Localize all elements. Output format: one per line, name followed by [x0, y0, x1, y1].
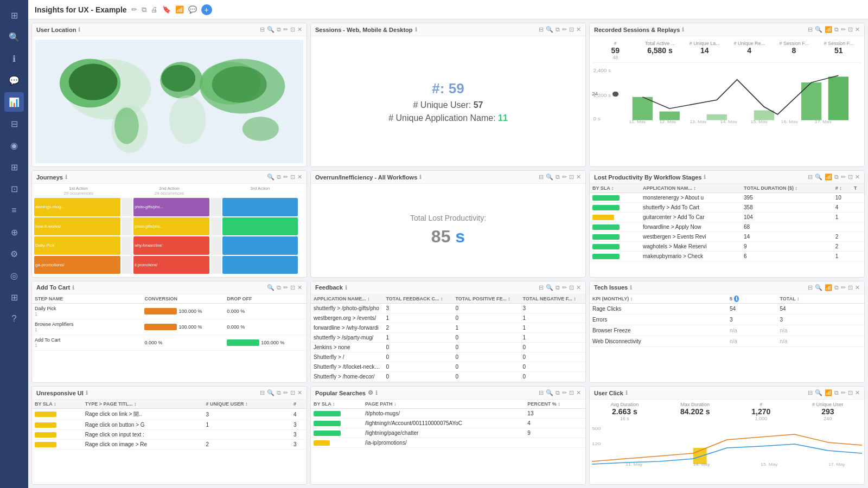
- ctrl-file-r[interactable]: ⊟: [808, 26, 813, 33]
- info-icon-ps[interactable]: ℹ: [375, 390, 378, 396]
- ctrl-file-lp[interactable]: ⊟: [808, 174, 813, 181]
- ctrl-copy-atc[interactable]: ⧉: [277, 284, 281, 291]
- ctrl-copy-fb[interactable]: ⧉: [556, 284, 560, 291]
- info-icon-feedback[interactable]: ℹ: [345, 285, 347, 291]
- info-icon-journeys[interactable]: ℹ: [65, 174, 67, 180]
- col-5[interactable]: 5 ℹ: [727, 294, 777, 304]
- edit-icon[interactable]: ✏: [131, 5, 137, 14]
- ctrl-min-o[interactable]: ⊡: [569, 174, 574, 181]
- col-path-ps[interactable]: PAGE PATH ↓: [362, 400, 525, 409]
- ctrl-edit-uc[interactable]: ✏: [841, 389, 846, 396]
- ctrl-bar-r[interactable]: 📶: [825, 26, 832, 33]
- col-app-lp[interactable]: APPLICATION NAM... ↕: [640, 184, 741, 193]
- sidebar-icon-menu[interactable]: ≡: [4, 201, 24, 220]
- ctrl-close-uc[interactable]: ✕: [855, 389, 860, 396]
- ctrl-min-ps[interactable]: ⊡: [569, 389, 574, 396]
- ctrl-file-fb[interactable]: ⊟: [539, 284, 544, 291]
- info-icon-sessions[interactable]: ℹ: [415, 27, 417, 33]
- ctrl-min-j[interactable]: ⊡: [290, 174, 295, 181]
- ctrl-zoom-ps[interactable]: 🔍: [546, 389, 553, 396]
- info-icon-unr[interactable]: ℹ: [86, 390, 88, 396]
- ctrl-zoom[interactable]: 🔍: [267, 26, 275, 33]
- ctrl-close-lp[interactable]: ✕: [855, 174, 860, 181]
- sidebar-icon-layers[interactable]: ⊞: [4, 287, 24, 307]
- add-button[interactable]: +: [201, 4, 212, 15]
- col-drop[interactable]: DROP OFF: [224, 294, 307, 304]
- info-icon-user-location[interactable]: ℹ: [78, 27, 80, 33]
- ctrl-file-o[interactable]: ⊟: [539, 174, 544, 181]
- sidebar-icon-grid[interactable]: ⊞: [4, 5, 24, 25]
- sidebar-icon-table[interactable]: ⊟: [4, 114, 24, 133]
- col-step[interactable]: STEP NAME: [32, 294, 142, 304]
- ctrl-file-ps[interactable]: ⊟: [539, 389, 544, 396]
- ctrl-close-r[interactable]: ✕: [855, 26, 860, 33]
- col-pos-fb[interactable]: TOTAL POSITIVE FE... ↕: [452, 294, 520, 304]
- ctrl-copy-lp[interactable]: ⧉: [834, 174, 839, 181]
- print-icon[interactable]: 🖨: [151, 5, 158, 14]
- col-type-unr[interactable]: TYPE > PAGE TITL... ↕: [82, 400, 203, 409]
- col-total-ti[interactable]: TOTAL ↕: [777, 294, 865, 304]
- ctrl-close-s[interactable]: ✕: [576, 26, 581, 33]
- ctrl-edit-atc[interactable]: ✏: [283, 284, 288, 291]
- ctrl-zoom-s[interactable]: 🔍: [546, 26, 553, 33]
- comment-icon[interactable]: 💬: [188, 5, 197, 14]
- ctrl-close-atc[interactable]: ✕: [297, 284, 302, 291]
- col-app-fb[interactable]: APPLICATION NAME... ↕: [311, 294, 383, 304]
- ctrl-edit-unr[interactable]: ✏: [283, 389, 288, 396]
- ctrl-min-unr[interactable]: ⊡: [290, 389, 295, 396]
- ctrl-close-o[interactable]: ✕: [576, 174, 581, 181]
- col-sla-ps[interactable]: BY SLA ↕: [311, 400, 362, 409]
- ctrl-edit-o[interactable]: ✏: [562, 174, 567, 181]
- ctrl-edit[interactable]: ✏: [283, 26, 288, 33]
- col-cnt-lp[interactable]: # ↕: [833, 184, 851, 193]
- ctrl-edit-j[interactable]: ✏: [283, 174, 288, 181]
- ctrl-file-unr[interactable]: ⊟: [260, 389, 265, 396]
- sidebar-icon-target[interactable]: ◎: [4, 266, 24, 285]
- ctrl-copy-ps[interactable]: ⧉: [556, 389, 560, 396]
- ctrl-min-lp[interactable]: ⊡: [848, 174, 853, 181]
- col-conv[interactable]: CONVERSION: [142, 294, 224, 304]
- ctrl-zoom-atc[interactable]: 🔍: [267, 284, 275, 291]
- ctrl-edit-r[interactable]: ✏: [841, 26, 846, 33]
- ctrl-zoom-fb[interactable]: 🔍: [546, 284, 553, 291]
- ctrl-min-fb[interactable]: ⊡: [569, 284, 574, 291]
- sidebar-icon-info[interactable]: ℹ: [4, 49, 24, 68]
- ctrl-close-unr[interactable]: ✕: [297, 389, 302, 396]
- ctrl-copy-unr[interactable]: ⧉: [277, 389, 281, 396]
- ctrl-copy-j[interactable]: ⧉: [277, 174, 281, 181]
- ctrl-copy-s[interactable]: ⧉: [556, 26, 560, 33]
- ctrl-close[interactable]: ✕: [297, 26, 302, 33]
- sidebar-icon-circle[interactable]: ◉: [4, 136, 24, 155]
- ctrl-min-s[interactable]: ⊡: [569, 26, 574, 33]
- ctrl-min-r[interactable]: ⊡: [848, 26, 853, 33]
- info-icon-overrun[interactable]: ℹ: [419, 174, 422, 180]
- col-users-unr[interactable]: # UNIQUE USER ↕: [203, 400, 291, 409]
- ctrl-file-uc[interactable]: ⊟: [808, 389, 813, 396]
- col-kpi[interactable]: KPI (MONTHLY) ↕: [590, 294, 727, 304]
- info-icon-lost-prod[interactable]: ℹ: [704, 174, 706, 180]
- ctrl-minimize[interactable]: ⊡: [290, 26, 295, 33]
- sidebar-icon-chat[interactable]: 💬: [4, 70, 24, 90]
- ctrl-copy-r[interactable]: ⧉: [834, 26, 839, 33]
- ctrl-edit-ps[interactable]: ✏: [562, 389, 567, 396]
- ctrl-zoom-o[interactable]: 🔍: [546, 174, 553, 181]
- filter-icon-ps[interactable]: ⚙: [368, 389, 373, 396]
- copy-icon[interactable]: ⧉: [142, 5, 146, 14]
- sidebar-icon-box[interactable]: ⊡: [4, 179, 24, 198]
- col-dur-lp[interactable]: TOTAL DURATION ($) ↕: [741, 184, 833, 193]
- col-sla-lp[interactable]: BY SLA ↕: [590, 184, 640, 193]
- ctrl-edit-s[interactable]: ✏: [562, 26, 567, 33]
- ctrl-zoom-j[interactable]: 🔍: [267, 174, 275, 181]
- ctrl-edit-fb[interactable]: ✏: [562, 284, 567, 291]
- info-icon-ti[interactable]: ℹ: [630, 285, 632, 291]
- sidebar-icon-settings[interactable]: ⚙: [4, 244, 24, 264]
- col-sla-unr[interactable]: BY SLA ↕: [32, 400, 82, 409]
- ctrl-min-atc[interactable]: ⊡: [290, 284, 295, 291]
- col-pct-ps[interactable]: PERCENT % ↕: [525, 400, 585, 409]
- bookmark-icon[interactable]: 🔖: [162, 5, 171, 14]
- info-icon-rec-sessions[interactable]: ℹ: [682, 27, 684, 33]
- col-cnt-unr[interactable]: #: [291, 400, 307, 409]
- sidebar-icon-grid2[interactable]: ⊞: [4, 157, 24, 177]
- ctrl-zoom-ti[interactable]: 🔍: [815, 284, 822, 291]
- sidebar-icon-help[interactable]: ?: [4, 309, 24, 329]
